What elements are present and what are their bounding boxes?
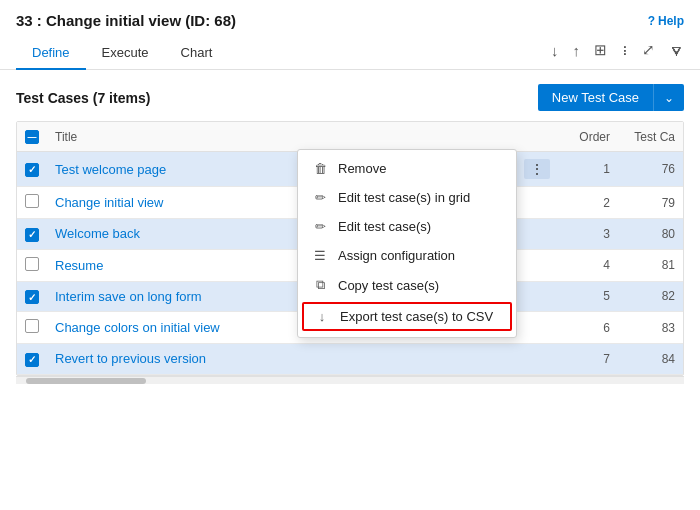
- row-7-check-cell: [17, 344, 47, 375]
- row-7-testca-cell: 84: [618, 344, 683, 375]
- toolbar-icons: ↓ ↑ ⊞ ⫶ ⤢ ⛛: [551, 41, 684, 65]
- header-order-col: Order: [558, 122, 618, 152]
- expand-icon[interactable]: ⤢: [642, 41, 655, 59]
- row-4-title-link[interactable]: Resume: [55, 258, 103, 273]
- row-6-checkbox[interactable]: [25, 319, 39, 333]
- row-5-testca-cell: 82: [618, 281, 683, 312]
- new-test-case-dropdown-button[interactable]: ⌄: [653, 84, 684, 111]
- row-2-checkbox[interactable]: [25, 194, 39, 208]
- header-testca-col: Test Ca: [618, 122, 683, 152]
- row-2-check-cell: [17, 187, 47, 219]
- row-4-testca-cell: 81: [618, 249, 683, 281]
- row-1-testca-cell: 76: [618, 152, 683, 187]
- section-header: Test Cases (7 items) New Test Case ⌄: [16, 84, 684, 111]
- row-7-checkbox[interactable]: [25, 353, 39, 367]
- assign-icon: ☰: [312, 248, 328, 263]
- row-2-order-cell: 2: [558, 187, 618, 219]
- row-4-check-cell: [17, 249, 47, 281]
- header: 33 : Change initial view (ID: 68) ? Help…: [0, 0, 700, 70]
- tabs-row: Define Execute Chart ↓ ↑ ⊞ ⫶ ⤢ ⛛: [16, 37, 684, 69]
- grid-icon[interactable]: ⊞: [594, 41, 607, 59]
- row-7-order-cell: 7: [558, 344, 618, 375]
- edit-grid-icon: ✏: [312, 190, 328, 205]
- content-area: Test Cases (7 items) New Test Case ⌄ Tit…: [0, 70, 700, 384]
- row-4-order-cell: 4: [558, 249, 618, 281]
- row-5-checkbox[interactable]: [25, 290, 39, 304]
- row-3-order-cell: 3: [558, 219, 618, 250]
- row-5-check-cell: [17, 281, 47, 312]
- row-2-title-link[interactable]: Change initial view: [55, 195, 163, 210]
- horizontal-scrollbar[interactable]: [16, 376, 684, 384]
- row-6-title-link[interactable]: Change colors on initial view: [55, 320, 220, 335]
- row-3-title-link[interactable]: Welcome back: [55, 226, 140, 241]
- table-row: Revert to previous version 7 84: [17, 344, 683, 375]
- help-link[interactable]: ? Help: [648, 14, 684, 28]
- row-3-testca-cell: 80: [618, 219, 683, 250]
- row-1-order-cell: 1: [558, 152, 618, 187]
- context-menu: 🗑 Remove ✏ Edit test case(s) in grid ✏ E…: [297, 149, 517, 338]
- help-label: Help: [658, 14, 684, 28]
- select-all-checkbox[interactable]: [25, 130, 39, 144]
- row-3-checkbox[interactable]: [25, 228, 39, 242]
- menu-item-export[interactable]: ↓ Export test case(s) to CSV: [302, 302, 512, 331]
- row-1-context-menu-button[interactable]: ⋮: [524, 159, 550, 179]
- menu-item-edit-grid[interactable]: ✏ Edit test case(s) in grid: [298, 183, 516, 212]
- filter-icon[interactable]: ⛛: [669, 42, 684, 59]
- row-1-checkbox[interactable]: [25, 163, 39, 177]
- page-title: 33 : Change initial view (ID: 68): [16, 12, 236, 29]
- row-1-check-cell: [17, 152, 47, 187]
- menu-item-remove[interactable]: 🗑 Remove: [298, 154, 516, 183]
- row-3-check-cell: [17, 219, 47, 250]
- edit-icon: ✏: [312, 219, 328, 234]
- header-title-row: 33 : Change initial view (ID: 68) ? Help: [16, 12, 684, 29]
- tab-chart[interactable]: Chart: [165, 37, 229, 70]
- header-title-col: Title: [47, 122, 558, 152]
- row-6-order-cell: 6: [558, 312, 618, 344]
- header-check-col: [17, 122, 47, 152]
- configure-icon[interactable]: ⫶: [621, 42, 628, 58]
- remove-icon: 🗑: [312, 161, 328, 176]
- row-6-check-cell: [17, 312, 47, 344]
- scrollbar-thumb[interactable]: [26, 378, 146, 384]
- row-7-title-cell: Revert to previous version: [47, 344, 558, 375]
- menu-item-assign[interactable]: ☰ Assign configuration: [298, 241, 516, 270]
- menu-item-edit[interactable]: ✏ Edit test case(s): [298, 212, 516, 241]
- section-title: Test Cases (7 items): [16, 90, 150, 106]
- table-header: Title Order Test Ca: [17, 122, 683, 152]
- row-7-title-link[interactable]: Revert to previous version: [55, 351, 206, 366]
- tab-execute[interactable]: Execute: [86, 37, 165, 70]
- help-icon: ?: [648, 14, 655, 28]
- row-5-title-link[interactable]: Interim save on long form: [55, 289, 202, 304]
- download-icon[interactable]: ↓: [551, 42, 559, 59]
- new-test-case-button[interactable]: New Test Case: [538, 84, 653, 111]
- row-6-testca-cell: 83: [618, 312, 683, 344]
- tab-define[interactable]: Define: [16, 37, 86, 70]
- test-cases-table-wrapper: Title Order Test Ca Te: [16, 121, 684, 376]
- upload-icon[interactable]: ↑: [573, 42, 581, 59]
- new-test-case-btn-group: New Test Case ⌄: [538, 84, 684, 111]
- row-1-title-link[interactable]: Test welcome page: [55, 162, 166, 177]
- row-4-checkbox[interactable]: [25, 257, 39, 271]
- export-icon: ↓: [314, 309, 330, 324]
- tabs: Define Execute Chart: [16, 37, 228, 69]
- row-5-order-cell: 5: [558, 281, 618, 312]
- copy-icon: ⧉: [312, 277, 328, 293]
- menu-item-copy[interactable]: ⧉ Copy test case(s): [298, 270, 516, 300]
- row-2-testca-cell: 79: [618, 187, 683, 219]
